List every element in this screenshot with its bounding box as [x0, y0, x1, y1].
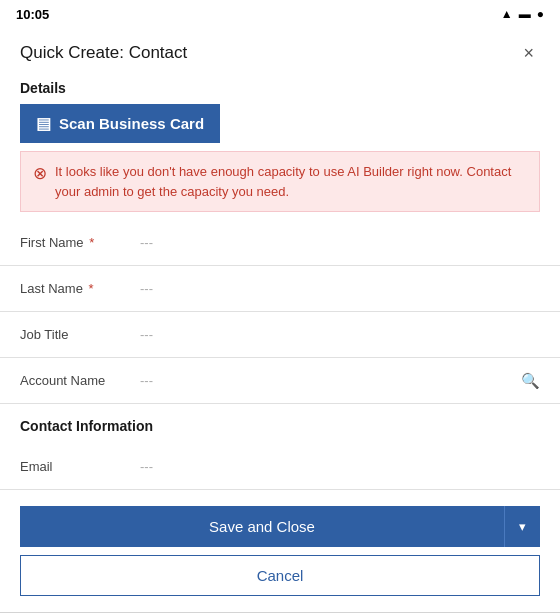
account-search-icon[interactable]: 🔍: [521, 372, 540, 390]
error-box: ⊗ It looks like you don't have enough ca…: [20, 151, 540, 212]
job-title-value: ---: [140, 327, 540, 342]
job-title-label: Job Title: [20, 327, 140, 342]
required-star-2: *: [85, 281, 94, 296]
save-close-chevron-button[interactable]: ▾: [504, 506, 540, 547]
error-icon: ⊗: [33, 163, 47, 184]
contact-form-fields: Email ---: [0, 444, 560, 490]
first-name-value: ---: [140, 235, 540, 250]
last-name-row[interactable]: Last Name * ---: [0, 266, 560, 312]
close-button[interactable]: ×: [517, 42, 540, 64]
status-bar: 10:05 ▲ ▬ ●: [0, 0, 560, 28]
scan-button-label: Scan Business Card: [59, 115, 204, 132]
save-close-row: Save and Close ▾: [20, 506, 540, 547]
status-icons: ▲ ▬ ●: [501, 7, 544, 21]
email-label: Email: [20, 459, 140, 474]
last-name-value: ---: [140, 281, 540, 296]
account-name-value: ---: [140, 373, 521, 388]
bottom-actions: Save and Close ▾ Cancel: [0, 506, 560, 596]
account-name-row[interactable]: Account Name --- 🔍: [0, 358, 560, 404]
required-star: *: [86, 235, 95, 250]
first-name-label: First Name *: [20, 235, 140, 250]
details-section-label: Details: [0, 74, 560, 104]
device-frame: 10:05 ▲ ▬ ● Quick Create: Contact × Deta…: [0, 0, 560, 613]
save-and-close-button[interactable]: Save and Close: [20, 506, 504, 547]
form-fields: First Name * --- Last Name * --- Job Tit…: [0, 220, 560, 404]
modal-title: Quick Create: Contact: [20, 43, 187, 63]
signal-icon: ▲: [501, 7, 513, 21]
job-title-row[interactable]: Job Title ---: [0, 312, 560, 358]
modal-header: Quick Create: Contact ×: [0, 28, 560, 74]
status-time: 10:05: [16, 7, 49, 22]
account-name-label: Account Name: [20, 373, 140, 388]
first-name-row[interactable]: First Name * ---: [0, 220, 560, 266]
last-name-label: Last Name *: [20, 281, 140, 296]
scan-business-card-button[interactable]: ▤ Scan Business Card: [20, 104, 220, 143]
battery-icon: ▬: [519, 7, 531, 21]
email-row[interactable]: Email ---: [0, 444, 560, 490]
email-value: ---: [140, 459, 540, 474]
error-message: It looks like you don't have enough capa…: [55, 162, 527, 201]
scan-icon: ▤: [36, 114, 51, 133]
wifi-icon: ●: [537, 7, 544, 21]
cancel-button[interactable]: Cancel: [20, 555, 540, 596]
contact-info-section-label: Contact Information: [0, 404, 560, 438]
